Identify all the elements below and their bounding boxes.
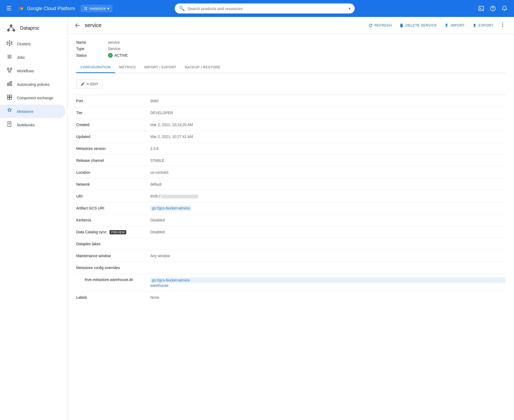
brand-name: Google Cloud Platform <box>27 6 75 11</box>
svg-rect-8 <box>479 6 484 11</box>
svg-rect-39 <box>10 97 12 99</box>
project-selector[interactable]: metastore ▾ <box>80 5 112 12</box>
config-val-data-catalog-sync: Disabled <box>150 230 506 234</box>
config-row-updated: Updated Mar 2, 2021, 10:27:41 AM <box>76 131 506 143</box>
sidebar-item-clusters[interactable]: Clusters <box>0 37 65 51</box>
svg-point-16 <box>9 41 10 42</box>
config-key-network: Network <box>76 182 150 186</box>
service-type-row: Type Service <box>76 47 506 51</box>
svg-line-13 <box>8 27 11 29</box>
artifact-gcs-link[interactable]: gs://gcs-bucket-service <box>150 205 191 211</box>
config-key-location: Location <box>76 170 150 175</box>
svg-rect-34 <box>9 82 10 86</box>
svg-rect-36 <box>7 95 9 97</box>
svg-point-5 <box>86 7 87 8</box>
notifications-button[interactable] <box>499 3 510 14</box>
config-val-network: default <box>150 182 506 186</box>
type-label: Type <box>76 47 108 51</box>
tab-configuration[interactable]: CONFIGURATION <box>76 62 115 73</box>
config-row-location: Location us-central1 <box>76 167 506 178</box>
refresh-label: REFRESH <box>375 23 392 27</box>
hive-warehouse-link1[interactable]: gs://gcs-bucket-service <box>150 278 506 283</box>
config-val-hive-warehouse: gs://gcs-bucket-service warehouse <box>150 278 506 288</box>
more-options-button[interactable] <box>498 20 508 31</box>
sidebar-item-jobs-label: Jobs <box>17 55 25 60</box>
help-button[interactable] <box>488 3 498 14</box>
import-button[interactable]: IMPORT <box>441 21 468 30</box>
terminal-icon <box>478 6 484 11</box>
import-label: IMPORT <box>450 23 465 27</box>
dataproc-logo-icon <box>6 23 16 33</box>
config-table: Port 9083 Tier DEVELOPER Created Mar 2, … <box>76 95 506 303</box>
status-badge: ✓ ACTIVE <box>108 53 128 58</box>
jobs-icon <box>6 54 13 61</box>
config-row-kerberos: Kerberos Disabled <box>76 214 506 226</box>
edit-button-label: ✏ EDIT <box>87 82 98 86</box>
config-row-artifact-gcs-uri: Artifact GCS URI gs://gcs-bucket-service <box>76 202 506 214</box>
tab-backup-restore[interactable]: BACKUP / RESTORE <box>181 62 225 73</box>
tab-metrics[interactable]: METRICS <box>115 62 140 73</box>
sidebar-item-metastore[interactable]: Metastore <box>0 105 65 118</box>
name-value: service <box>108 40 120 44</box>
sidebar-item-workflows[interactable]: Workflows <box>0 64 65 78</box>
refresh-button[interactable]: REFRESH <box>365 21 395 30</box>
type-value: Service <box>108 47 120 51</box>
config-val-artifact-gcs-uri: gs://gcs-bucket-service <box>150 206 506 210</box>
top-navigation: ☰ Google Cloud Platform metastore ▾ 🔍 ▾ <box>0 0 514 17</box>
config-val-labels: None <box>150 295 506 300</box>
config-row-hive-warehouse: hive.metastore.warehouse.dir gs://gcs-bu… <box>76 274 506 292</box>
sidebar-app-title: Dataproc <box>20 25 39 31</box>
svg-point-12 <box>12 29 15 32</box>
search-input[interactable] <box>187 6 346 11</box>
svg-point-18 <box>11 44 12 45</box>
sidebar-item-notebooks[interactable]: Notebooks <box>0 118 65 132</box>
help-icon <box>490 6 496 11</box>
terminal-button[interactable] <box>476 3 486 14</box>
config-key-artifact-gcs-uri: Artifact GCS URI <box>76 206 150 210</box>
sidebar-item-jobs[interactable]: Jobs <box>0 51 65 64</box>
name-label: Name <box>76 40 108 44</box>
project-name: metastore <box>89 6 106 11</box>
delete-icon <box>399 23 404 28</box>
svg-point-19 <box>9 45 10 46</box>
tab-import-export-label: IMPORT / EXPORT <box>144 65 177 69</box>
export-button[interactable]: EXPORT <box>469 21 497 30</box>
tab-import-export[interactable]: IMPORT / EXPORT <box>140 62 181 73</box>
config-val-updated: Mar 2, 2021, 10:27:41 AM <box>150 135 506 139</box>
back-arrow-icon <box>74 22 80 29</box>
uri-prefix: thrift:// <box>150 194 161 198</box>
edit-button[interactable]: ✏ EDIT <box>76 79 103 88</box>
svg-point-4 <box>84 7 85 8</box>
config-key-maintenance-window: Maintenance window <box>76 254 150 258</box>
svg-rect-26 <box>7 68 9 70</box>
warehouse-link-container: gs://gcs-bucket-service warehouse <box>150 278 506 288</box>
tabs-bar: CONFIGURATION METRICS IMPORT / EXPORT BA… <box>76 62 506 73</box>
status-dot-icon: ✓ <box>108 53 113 58</box>
hamburger-menu[interactable]: ☰ <box>4 3 14 14</box>
status-value: ACTIVE <box>114 53 128 57</box>
config-val-uri: thrift:// <box>150 194 506 198</box>
config-key-dataplex-lakes: Dataplex lakes <box>76 242 150 246</box>
sidebar-item-component[interactable]: Component exchange <box>0 91 65 105</box>
config-key-created: Created <box>76 123 150 127</box>
svg-point-3 <box>20 8 22 11</box>
search-chevron-icon: ▾ <box>349 6 350 11</box>
config-key-hive-warehouse: hive.metastore.warehouse.dir <box>76 278 150 282</box>
sidebar: Dataproc Clusters <box>0 17 68 420</box>
sidebar-item-clusters-label: Clusters <box>17 42 30 46</box>
config-row-dataplex-lakes: Dataplex lakes <box>76 238 506 250</box>
bell-icon <box>502 6 507 11</box>
sidebar-item-notebooks-label: Notebooks <box>17 123 35 127</box>
uri-hidden-value <box>161 195 198 198</box>
hive-warehouse-link2[interactable]: warehouse <box>150 283 506 288</box>
back-button[interactable] <box>74 22 80 29</box>
workflows-icon <box>6 67 13 74</box>
import-icon <box>444 23 449 28</box>
more-vertical-icon <box>500 22 506 28</box>
sidebar-item-autoscaling[interactable]: Autoscaling policies <box>0 78 65 91</box>
config-key-metastore-config-overrides: Metastore config overrides <box>76 266 150 270</box>
sidebar-item-component-label: Component exchange <box>17 96 53 100</box>
project-icon <box>84 6 88 11</box>
delete-service-button[interactable]: DELETE SERVICE <box>396 21 440 30</box>
config-row-maintenance-window: Maintenance window Any window <box>76 250 506 262</box>
